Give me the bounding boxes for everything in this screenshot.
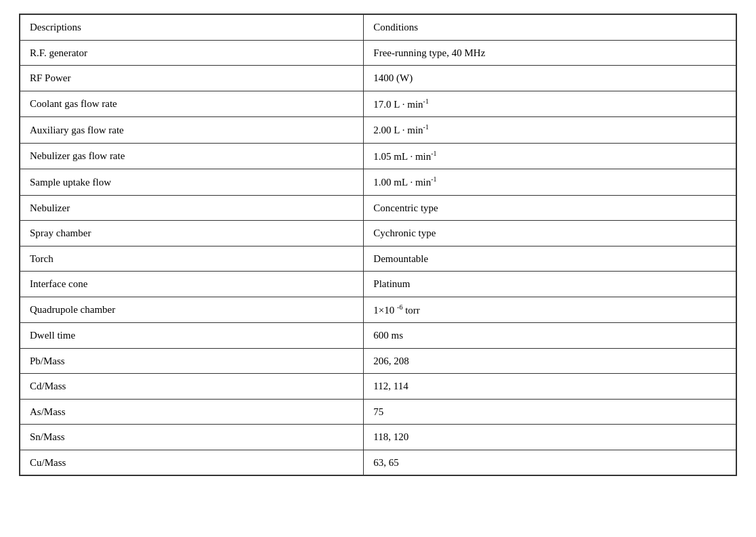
- table-row: RF Power1400 (W): [20, 66, 736, 91]
- cell-conditions: Platinum: [364, 272, 736, 297]
- table-row: Spray chamberCychronic type: [20, 221, 736, 246]
- cell-description: As/Mass: [20, 399, 364, 425]
- cell-description: RF Power: [20, 66, 364, 91]
- cell-conditions: 112, 114: [364, 374, 736, 400]
- cell-conditions: 75: [364, 399, 736, 425]
- header-conditions: Conditions: [364, 15, 736, 41]
- cell-description: Quadrupole chamber: [20, 297, 364, 323]
- table-row: Pb/Mass206, 208: [20, 348, 736, 374]
- cell-description: R.F. generator: [20, 40, 364, 66]
- cell-conditions: Cychronic type: [364, 221, 736, 246]
- header-row: Descriptions Conditions: [20, 15, 736, 41]
- cell-description: Pb/Mass: [20, 348, 364, 374]
- table-row: Dwell time600 ms: [20, 323, 736, 349]
- cell-conditions: 1.05 mL · min-1: [364, 143, 736, 169]
- table-row: TorchDemountable: [20, 246, 736, 272]
- cell-conditions: 1.00 mL · min-1: [364, 169, 736, 196]
- cell-description: Torch: [20, 246, 364, 272]
- cell-conditions: Demountable: [364, 246, 736, 272]
- table-row: Interface conePlatinum: [20, 272, 736, 297]
- table-row: Cu/Mass63, 65: [20, 450, 736, 475]
- table-row: Sn/Mass118, 120: [20, 425, 736, 450]
- cell-conditions: 1400 (W): [364, 66, 736, 91]
- cell-conditions: 2.00 L · min-1: [364, 117, 736, 144]
- cell-description: Auxiliary gas flow rate: [20, 117, 364, 144]
- cell-conditions: Free-running type, 40 MHz: [364, 40, 736, 66]
- cell-conditions: 118, 120: [364, 425, 736, 450]
- cell-conditions: 63, 65: [364, 450, 736, 475]
- table-row: Cd/Mass112, 114: [20, 374, 736, 400]
- table-row: R.F. generatorFree-running type, 40 MHz: [20, 40, 736, 66]
- table-row: Quadrupole chamber1×10 -6 torr: [20, 297, 736, 323]
- cell-description: Coolant gas flow rate: [20, 91, 364, 117]
- cell-description: Cu/Mass: [20, 450, 364, 475]
- cell-conditions: 17.0 L · min-1: [364, 91, 736, 117]
- cell-description: Nebulizer: [20, 195, 364, 221]
- header-description: Descriptions: [20, 15, 364, 41]
- table-row: Coolant gas flow rate17.0 L · min-1: [20, 91, 736, 117]
- cell-description: Nebulizer gas flow rate: [20, 143, 364, 169]
- table-row: As/Mass75: [20, 399, 736, 425]
- cell-description: Interface cone: [20, 272, 364, 297]
- table-row: Sample uptake flow1.00 mL · min-1: [20, 169, 736, 196]
- cell-description: Spray chamber: [20, 221, 364, 246]
- cell-conditions: 1×10 -6 torr: [364, 297, 736, 323]
- cell-description: Sample uptake flow: [20, 169, 364, 196]
- cell-description: Sn/Mass: [20, 425, 364, 450]
- table-row: Nebulizer gas flow rate1.05 mL · min-1: [20, 143, 736, 169]
- cell-description: Dwell time: [20, 323, 364, 349]
- table-row: NebulizerConcentric type: [20, 195, 736, 221]
- cell-description: Cd/Mass: [20, 374, 364, 400]
- main-table: Descriptions Conditions R.F. generatorFr…: [19, 14, 737, 476]
- cell-conditions: 206, 208: [364, 348, 736, 374]
- table-row: Auxiliary gas flow rate2.00 L · min-1: [20, 117, 736, 144]
- cell-conditions: Concentric type: [364, 195, 736, 221]
- cell-conditions: 600 ms: [364, 323, 736, 349]
